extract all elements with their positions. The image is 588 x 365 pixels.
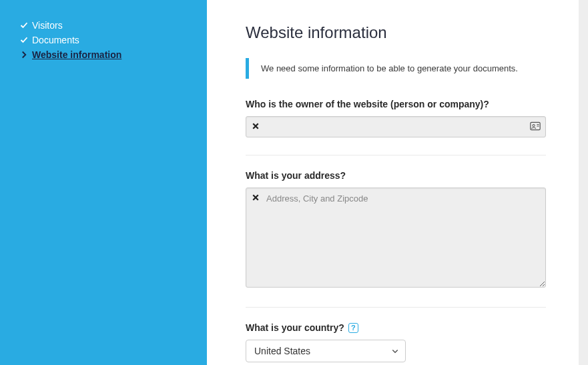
sidebar-item-label: Website information bbox=[32, 49, 121, 60]
clear-icon[interactable] bbox=[251, 193, 260, 202]
page-title: Website information bbox=[246, 23, 546, 42]
id-card-icon[interactable] bbox=[530, 121, 541, 131]
check-icon bbox=[20, 36, 28, 44]
sidebar-item-website-information[interactable]: Website information bbox=[20, 49, 187, 60]
form-block-country: What is your country? ? United States bbox=[246, 322, 546, 365]
sidebar-item-label: Visitors bbox=[32, 20, 63, 31]
svg-point-1 bbox=[533, 125, 535, 127]
help-icon[interactable]: ? bbox=[348, 323, 358, 333]
callout-text: We need some information to be able to g… bbox=[261, 63, 518, 73]
chevron-right-icon bbox=[20, 51, 28, 59]
callout: We need some information to be able to g… bbox=[246, 58, 546, 79]
owner-label: Who is the owner of the website (person … bbox=[246, 99, 546, 109]
country-select[interactable]: United States bbox=[246, 340, 406, 362]
form-block-address: What is your address? bbox=[246, 170, 546, 308]
clear-icon[interactable] bbox=[251, 121, 260, 131]
address-input[interactable] bbox=[246, 188, 546, 288]
check-icon bbox=[20, 21, 28, 29]
main-content: Website information We need some informa… bbox=[207, 0, 588, 365]
sidebar: Visitors Documents Website information bbox=[0, 0, 207, 365]
sidebar-item-documents[interactable]: Documents bbox=[20, 35, 187, 45]
country-label: What is your country? bbox=[246, 322, 344, 333]
sidebar-item-label: Documents bbox=[32, 35, 79, 45]
form-block-owner: Who is the owner of the website (person … bbox=[246, 99, 546, 155]
address-label: What is your address? bbox=[246, 170, 546, 181]
owner-input[interactable] bbox=[246, 116, 546, 137]
sidebar-item-visitors[interactable]: Visitors bbox=[20, 20, 187, 31]
